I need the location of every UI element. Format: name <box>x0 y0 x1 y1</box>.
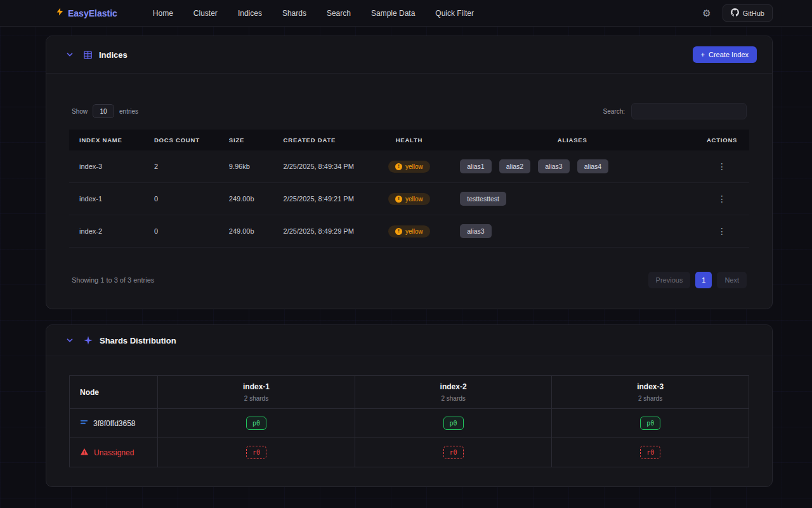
docs-count-cell: 0 <box>144 215 219 248</box>
health-badge: !yellow <box>388 161 430 173</box>
alias-badge[interactable]: alias2 <box>499 159 530 173</box>
size-cell: 249.00b <box>219 215 273 248</box>
shard-cell: r0 <box>158 438 355 467</box>
aliases-cell: testtesttest <box>450 183 695 215</box>
health-badge: !yellow <box>388 193 430 205</box>
shards-header-row: Node index-1 2 shards index-2 2 shards i… <box>70 376 749 409</box>
warning-triangle-icon <box>80 448 89 458</box>
lightning-bolt-icon <box>56 7 64 19</box>
nav-item-home[interactable]: Home <box>145 5 181 22</box>
alias-badge[interactable]: alias4 <box>577 159 608 173</box>
nav-item-sample-data[interactable]: Sample Data <box>363 5 422 22</box>
indices-panel-header: Indices + Create Index <box>46 36 772 74</box>
unassigned-replica-badge[interactable]: r0 <box>246 446 266 459</box>
shard-count-label: 2 shards <box>558 395 742 402</box>
page-number-button[interactable]: 1 <box>695 272 712 288</box>
search-input[interactable] <box>631 103 747 119</box>
plus-icon: + <box>701 51 705 58</box>
nav-menu: Home Cluster Indices Shards Search Sampl… <box>145 5 702 22</box>
node-bars-icon <box>80 418 88 429</box>
created-date-cell: 2/25/2025, 8:49:29 PM <box>273 215 369 248</box>
unassigned-replica-badge[interactable]: r0 <box>640 446 660 459</box>
row-actions-kebab-icon[interactable]: ⋮ <box>717 161 726 171</box>
shard-cell: p0 <box>552 409 749 438</box>
nav-item-indices[interactable]: Indices <box>230 5 270 22</box>
shard-count-label: 2 shards <box>164 395 348 402</box>
next-page-button[interactable]: Next <box>717 272 747 288</box>
pagination: Previous 1 Next <box>648 272 747 288</box>
size-cell: 249.00b <box>219 183 273 215</box>
nav-item-cluster[interactable]: Cluster <box>186 5 225 22</box>
shard-cell: r0 <box>355 438 552 467</box>
nav-item-search[interactable]: Search <box>319 5 358 22</box>
shard-cell: p0 <box>355 409 552 438</box>
created-date-cell: 2/25/2025, 8:49:34 PM <box>273 150 369 183</box>
health-cell: !yellow <box>369 183 450 215</box>
col-header-aliases: ALIASES <box>450 130 695 150</box>
alias-badge[interactable]: testtesttest <box>460 192 506 206</box>
app-logo[interactable]: EasyElastic <box>56 7 117 19</box>
index-name-cell: index-2 <box>69 215 144 248</box>
index-name-cell: index-3 <box>69 150 144 183</box>
created-date-cell: 2/25/2025, 8:49:21 PM <box>273 183 369 215</box>
gear-icon[interactable]: ⚙ <box>702 8 710 18</box>
aliases-cell: alias3 <box>450 215 695 248</box>
table-row: index-2 0 249.00b 2/25/2025, 8:49:29 PM … <box>69 215 749 248</box>
health-badge: !yellow <box>388 225 430 237</box>
size-cell: 9.96kb <box>219 150 273 183</box>
unassigned-replica-badge[interactable]: r0 <box>443 446 464 459</box>
primary-shard-badge[interactable]: p0 <box>443 417 464 430</box>
indices-table-header-row: INDEX NAME DOCS COUNT SIZE CREATED DATE … <box>69 130 749 150</box>
node-column-header: Node <box>70 376 158 409</box>
primary-shard-badge[interactable]: p0 <box>246 417 266 430</box>
entries-per-page-input[interactable] <box>93 104 114 118</box>
github-button[interactable]: GitHub <box>723 4 773 22</box>
index-column-header: index-2 2 shards <box>355 376 552 409</box>
previous-page-button[interactable]: Previous <box>648 272 691 288</box>
index-column-header: index-1 2 shards <box>158 376 355 409</box>
shards-sparkle-icon <box>83 335 93 345</box>
indices-title: Indices <box>99 50 128 60</box>
nav-item-shards[interactable]: Shards <box>275 5 314 22</box>
alias-badge[interactable]: alias3 <box>460 224 491 238</box>
row-actions-kebab-icon[interactable]: ⋮ <box>717 226 726 236</box>
health-status-icon: ! <box>395 228 402 235</box>
health-cell: !yellow <box>369 215 450 248</box>
alias-badge[interactable]: alias3 <box>538 159 569 173</box>
docs-count-cell: 0 <box>144 183 219 215</box>
shard-count-label: 2 shards <box>362 395 546 402</box>
showing-entries-text: Showing 1 to 3 of 3 entries <box>72 276 154 284</box>
index-column-header: index-3 2 shards <box>552 376 749 409</box>
index-name-cell: index-1 <box>69 183 144 215</box>
col-header-docs-count: DOCS COUNT <box>144 130 219 150</box>
table-row: index-3 2 9.96kb 2/25/2025, 8:49:34 PM !… <box>69 150 749 183</box>
primary-shard-badge[interactable]: p0 <box>640 417 660 430</box>
docs-count-cell: 2 <box>144 150 219 183</box>
shard-cell: r0 <box>552 438 749 467</box>
shard-cell: p0 <box>158 409 355 438</box>
show-label: Show <box>72 108 88 115</box>
indices-panel: Indices + Create Index Show entries Sear… <box>46 36 773 309</box>
nav-item-quick-filter[interactable]: Quick Filter <box>428 5 481 22</box>
col-header-index-name: INDEX NAME <box>69 130 144 150</box>
shards-title: Shards Distribution <box>100 336 176 345</box>
chevron-down-icon[interactable] <box>65 50 74 59</box>
create-index-button[interactable]: + Create Index <box>693 46 757 63</box>
table-grid-icon <box>83 50 93 60</box>
navbar: EasyElastic Home Cluster Indices Shards … <box>0 0 812 27</box>
entries-label: entries <box>119 108 138 115</box>
col-header-size: SIZE <box>219 130 273 150</box>
row-actions-kebab-icon[interactable]: ⋮ <box>717 194 726 204</box>
shards-panel: Shards Distribution Node index-1 2 shard… <box>46 324 773 487</box>
col-header-created-date: CREATED DATE <box>273 130 369 150</box>
app-title: EasyElastic <box>68 8 117 18</box>
github-icon <box>731 8 739 18</box>
alias-badge[interactable]: alias1 <box>460 159 491 173</box>
shards-table: Node index-1 2 shards index-2 2 shards i… <box>69 375 749 467</box>
shards-panel-header: Shards Distribution <box>46 325 772 356</box>
chevron-down-icon[interactable] <box>65 336 74 345</box>
github-label: GitHub <box>743 10 764 17</box>
aliases-cell: alias1 alias2 alias3 alias4 <box>450 150 695 183</box>
table-row: index-1 0 249.00b 2/25/2025, 8:49:21 PM … <box>69 183 749 215</box>
health-status-icon: ! <box>395 196 402 203</box>
